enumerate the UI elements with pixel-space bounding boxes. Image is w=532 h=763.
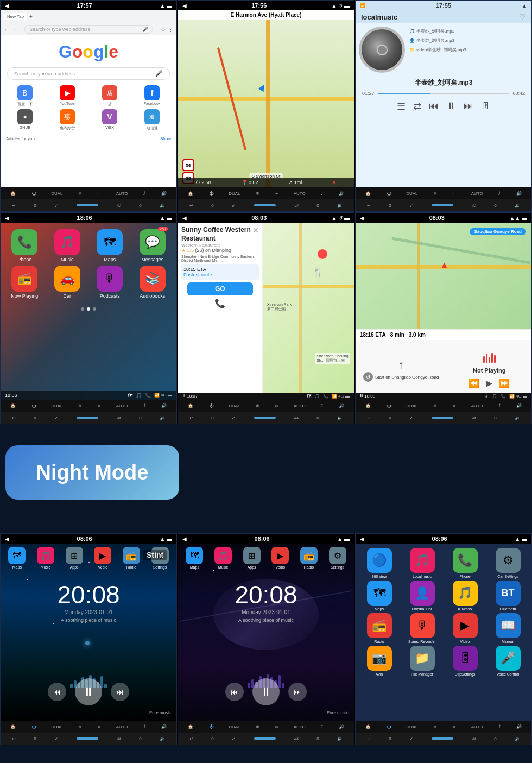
- night-maps-2[interactable]: 🗺 Maps: [186, 547, 203, 569]
- loop-n3[interactable]: ∞: [453, 724, 456, 729]
- shortcut-ghub[interactable]: ● GHUB: [5, 109, 45, 131]
- shortcut-shop[interactable]: 店 店: [90, 85, 130, 107]
- home-btn-2[interactable]: 🏠: [188, 191, 193, 196]
- back-icon-4[interactable]: ◀: [5, 215, 9, 221]
- power-n2[interactable]: ⏻: [209, 724, 213, 729]
- night-apps-1[interactable]: ⊞ Apps: [66, 547, 83, 569]
- vd-n1[interactable]: 🔉: [160, 736, 165, 741]
- shortcut-facebook[interactable]: f Facebook: [132, 85, 172, 107]
- night-music-2[interactable]: 🎵 Music: [214, 547, 232, 569]
- back-2[interactable]: ↩: [189, 203, 193, 208]
- chevron-up[interactable]: ▲: [522, 3, 527, 9]
- home-5[interactable]: 🏠: [188, 403, 193, 408]
- back-icon-2[interactable]: ◀: [182, 3, 187, 9]
- app-dspsettings[interactable]: 🎛 DspSettings: [445, 646, 485, 676]
- app-manual[interactable]: 📖 Manual: [487, 613, 528, 644]
- fan-n2[interactable]: ❄: [256, 724, 259, 729]
- poi-close[interactable]: ✕: [252, 226, 259, 235]
- home-6[interactable]: 🏠: [365, 403, 371, 408]
- heart-icon[interactable]: ♡: [519, 12, 526, 21]
- back-n2[interactable]: ◀: [182, 536, 187, 542]
- carplay-messages[interactable]: 💬 259 Messages: [133, 229, 173, 262]
- show-label[interactable]: Show: [160, 136, 171, 141]
- prev-btn-1[interactable]: ⏮: [48, 683, 66, 701]
- vol-n2[interactable]: 🔊: [339, 724, 344, 729]
- bookmark-icon[interactable]: ☆: [161, 27, 166, 33]
- playlist-icon[interactable]: ☰: [397, 100, 406, 112]
- loop-4[interactable]: ∞: [98, 403, 101, 408]
- power-btn-2[interactable]: ⏻: [209, 191, 213, 196]
- td-2[interactable]: ↙: [232, 203, 236, 208]
- loop-n2[interactable]: ∞: [275, 724, 278, 729]
- carplay-phone[interactable]: 📞 Phone: [5, 229, 45, 262]
- back-icon[interactable]: ◀: [5, 3, 9, 9]
- fan-6[interactable]: ❄: [433, 403, 437, 408]
- fan-n3[interactable]: ❄: [433, 724, 437, 729]
- back-btn[interactable]: ↩: [12, 203, 16, 208]
- app-video[interactable]: ▶ Video: [445, 613, 485, 644]
- loop-3[interactable]: ∞: [453, 191, 456, 196]
- phone-icon[interactable]: 📞: [214, 299, 225, 308]
- home-4[interactable]: 🏠: [10, 403, 16, 408]
- night-music-1[interactable]: 🎵 Music: [37, 547, 54, 569]
- app-phone[interactable]: 📞 Phone: [445, 548, 485, 578]
- vol-5[interactable]: 🔊: [339, 403, 344, 408]
- next-btn-1[interactable]: ⏭: [111, 683, 129, 701]
- td-n3[interactable]: ↙: [409, 736, 413, 741]
- carplay-nowplaying[interactable]: 📻 Now Playing: [5, 266, 45, 299]
- night-vedio-1[interactable]: ▶ Vedio: [94, 547, 111, 569]
- home-btn[interactable]: 🏠: [10, 191, 16, 196]
- night-settings-2[interactable]: ⚙ Settings: [329, 547, 346, 569]
- nav-forward[interactable]: →: [11, 27, 17, 33]
- poi-marker-1[interactable]: 🍴: [313, 267, 324, 278]
- loop-icon[interactable]: ∞: [98, 191, 101, 196]
- mic-icon[interactable]: 🎤: [142, 27, 148, 32]
- fan-icon[interactable]: ❄: [78, 191, 82, 196]
- td-3[interactable]: ↙: [409, 203, 413, 208]
- vd-3[interactable]: 🔉: [515, 203, 520, 208]
- vol-n3[interactable]: 🔊: [516, 724, 522, 729]
- eq-icon[interactable]: 🎚: [481, 100, 491, 112]
- app-avin[interactable]: 📷 Avin: [359, 646, 400, 676]
- vd-2[interactable]: 🔉: [337, 203, 343, 208]
- back-n1b[interactable]: ↩: [12, 736, 16, 741]
- carplay-car[interactable]: 🚗 Car: [48, 266, 87, 299]
- shortcut-viex[interactable]: V VIEX: [90, 109, 130, 131]
- carplay-maps[interactable]: 🗺 Maps: [90, 229, 130, 262]
- power-n1[interactable]: ⏻: [31, 724, 36, 729]
- app-filemanager[interactable]: 📁 File Manager: [402, 646, 442, 676]
- app-radio[interactable]: 📻 Radio: [359, 613, 400, 644]
- vd-n2[interactable]: 🔉: [337, 736, 343, 741]
- more-icon[interactable]: ⋮: [168, 27, 173, 33]
- vd-n3[interactable]: 🔉: [515, 736, 520, 741]
- night-vedio-2[interactable]: ▶ Vedio: [271, 547, 289, 569]
- play-icon[interactable]: ▶: [486, 378, 492, 388]
- night-maps-1[interactable]: 🗺 Maps: [8, 547, 26, 569]
- pause-btn-2[interactable]: ⏸: [252, 678, 280, 705]
- nav-back[interactable]: ←: [4, 27, 9, 33]
- vol-icon[interactable]: 🔊: [161, 191, 167, 196]
- vd-5[interactable]: 🔉: [337, 415, 343, 420]
- power-btn[interactable]: ⏻: [31, 191, 36, 196]
- app-voicecontrol[interactable]: 🎤 Voice Control: [487, 646, 528, 676]
- vd-4[interactable]: 🔉: [160, 415, 165, 420]
- fan-2[interactable]: ❄: [256, 191, 259, 196]
- next-icon[interactable]: ⏭: [464, 100, 473, 112]
- shortcut-dixin[interactable]: 迪 迪信通: [132, 109, 172, 131]
- vd-6[interactable]: 🔉: [515, 415, 520, 420]
- back-n2b[interactable]: ↩: [189, 736, 193, 741]
- forward-icon[interactable]: ⏩: [499, 378, 510, 388]
- fan-5[interactable]: ❄: [256, 403, 259, 408]
- app-360view[interactable]: 🔵 360 view: [359, 548, 400, 578]
- google-search-bar[interactable]: Search or type web address 🎤: [7, 67, 170, 80]
- back-6b[interactable]: ↩: [367, 415, 371, 420]
- music-list-item-3[interactable]: 📁video/半壶纱_刘珂矣.mp3: [409, 45, 528, 54]
- td-4[interactable]: ↙: [54, 415, 58, 420]
- fan-3[interactable]: ❄: [433, 191, 437, 196]
- shortcut-huitao[interactable]: 惠 惠淘好货: [47, 109, 87, 131]
- prev-btn-2[interactable]: ⏮: [225, 683, 244, 701]
- progress-bar[interactable]: [378, 93, 510, 94]
- poi-marker-2[interactable]: !: [318, 249, 327, 259]
- back-n1[interactable]: ◀: [5, 536, 9, 542]
- power-5[interactable]: ⏻: [209, 403, 213, 408]
